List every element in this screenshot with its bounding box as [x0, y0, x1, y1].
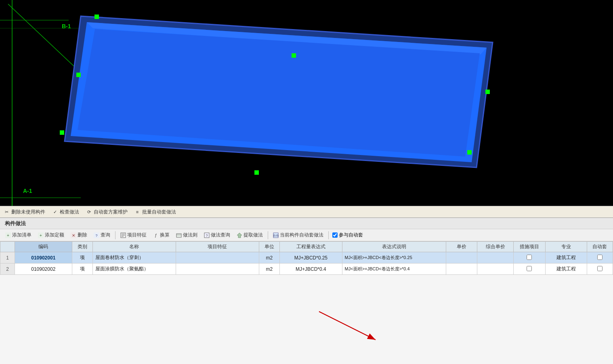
auto-maintain-button[interactable]: ⟳ 自动套方案维护	[86, 209, 128, 215]
row-1-measure-item[interactable]	[514, 252, 545, 264]
col-name: 名称	[93, 242, 176, 252]
project-feature-icon	[120, 232, 126, 238]
participate-auto-checkbox[interactable]	[332, 232, 338, 238]
col-type: 类别	[72, 242, 92, 252]
row-2-code[interactable]: 010902002	[15, 264, 72, 275]
col-auto-set: 自动套	[587, 242, 613, 252]
svg-text:B-1: B-1	[62, 23, 71, 29]
method-query-icon: ?	[204, 232, 210, 238]
row-2-name: 屋面涂膜防水（聚氨酯）	[93, 264, 176, 275]
row-2-formula[interactable]: MJ+JBCD*0.4	[280, 264, 342, 275]
divider-3	[328, 231, 329, 239]
delete-icon: ✕	[71, 232, 76, 238]
row-2-autoset-checkbox[interactable]	[597, 266, 603, 271]
panel-header: 构件做法	[0, 218, 613, 229]
svg-marker-38	[237, 233, 242, 238]
project-feature-button[interactable]: 项目特征	[118, 230, 149, 240]
svg-rect-34	[176, 234, 181, 237]
row-1-unit: m2	[259, 252, 279, 264]
svg-text:自动: 自动	[273, 234, 279, 237]
svg-rect-15	[76, 73, 81, 77]
batch-auto-button[interactable]: ≡ 批量自动套做法	[134, 209, 176, 215]
svg-text:+: +	[40, 233, 42, 238]
method-icon	[176, 232, 182, 238]
add-clear-button[interactable]: + 添加清单	[2, 230, 34, 240]
method-query-button[interactable]: ? 做法查询	[201, 230, 233, 240]
row-1-formula[interactable]: MJ+JBCD*0.25	[280, 252, 342, 264]
row-2-combined-price	[477, 264, 514, 275]
add-clear-icon: +	[5, 232, 11, 238]
col-combined-price: 综合单价	[477, 242, 514, 252]
current-auto-button[interactable]: 自动 当前构件自动套做法	[270, 230, 326, 240]
row-2-feature	[176, 264, 259, 275]
col-unit: 单位	[259, 242, 279, 252]
remove-icon: ✂	[3, 209, 10, 215]
col-unit-price: 单价	[446, 242, 477, 252]
svg-rect-13	[292, 53, 296, 58]
check-icon: ✓	[52, 209, 58, 215]
svg-rect-16	[60, 130, 64, 135]
remove-unused-button[interactable]: ✂ 删除未使用构件	[3, 209, 45, 215]
row-2-num: 2	[0, 264, 15, 275]
row-1-specialty: 建筑工程	[545, 252, 587, 264]
table-row[interactable]: 1 010902001 项 屋面卷材防水（穿刺） m2 MJ+JBCD*0.25…	[0, 252, 613, 264]
participate-auto-wrap[interactable]: 参与自动套	[332, 232, 363, 238]
check-method-button[interactable]: ✓ 检查做法	[52, 209, 79, 215]
svg-line-42	[319, 312, 376, 340]
row-2-measure-checkbox[interactable]	[527, 266, 532, 271]
table-header-row: 编码 类别 名称 项目特征 单位 工程量表达式 表达式说明 单价 综合单价 措施…	[0, 242, 613, 252]
svg-text:?: ?	[206, 234, 208, 238]
row-1-code[interactable]: 010902001	[15, 252, 72, 264]
svg-text:A-1: A-1	[23, 188, 32, 194]
col-specialty: 专业	[545, 242, 587, 252]
list-icon: ≡	[134, 209, 141, 215]
bottom-panel: 构件做法 + 添加清单 + 添加定额 ✕ 删除 ? 查询	[0, 218, 613, 364]
row-1-name: 屋面卷材防水（穿刺）	[93, 252, 176, 264]
add-quota-button[interactable]: + 添加定额	[35, 230, 67, 240]
extract-method-button[interactable]: 提取做法	[234, 230, 266, 240]
row-1-auto-set[interactable]	[587, 252, 613, 264]
row-1-type: 项	[72, 252, 92, 264]
row-1-unit-price	[446, 252, 477, 264]
row-2-type: 项	[72, 264, 92, 275]
row-1-feature	[176, 252, 259, 264]
svg-text:+: +	[7, 233, 9, 238]
divider-1	[115, 231, 115, 239]
row-2-unit-price	[446, 264, 477, 275]
col-project-feature: 项目特征	[176, 242, 259, 252]
col-formula: 工程量表达式	[280, 242, 342, 252]
col-code: 编码	[15, 242, 72, 252]
svg-rect-12	[94, 15, 99, 19]
divider-2	[268, 231, 268, 239]
row-2-expr-desc: MJ<面积>+JBCD<卷边长度>*0.4	[342, 264, 446, 275]
delete-button[interactable]: ✕ 删除	[68, 230, 90, 240]
method-table: 编码 类别 名称 项目特征 单位 工程量表达式 表达式说明 单价 综合单价 措施…	[0, 241, 613, 275]
exchange-calc-button[interactable]: ƒ 换算	[150, 230, 172, 240]
table-row[interactable]: 2 010902002 项 屋面涂膜防水（聚氨酯） m2 MJ+JBCD*0.4…	[0, 264, 613, 275]
current-auto-icon: 自动	[273, 232, 279, 238]
refresh-icon: ⟳	[86, 209, 92, 215]
row-1-num: 1	[0, 252, 15, 264]
row-1-measure-checkbox[interactable]	[527, 255, 532, 260]
row-1-autoset-checkbox[interactable]	[597, 255, 603, 260]
svg-rect-18	[467, 150, 472, 155]
col-num	[0, 242, 15, 252]
exchange-icon: ƒ	[153, 232, 159, 238]
svg-text:ƒ: ƒ	[155, 233, 157, 238]
cad-viewport: B-1 A-1	[0, 0, 613, 206]
query-button[interactable]: ? 查询	[91, 230, 113, 240]
col-measure-item: 措施项目	[514, 242, 545, 252]
row-2-measure-item[interactable]	[514, 264, 545, 275]
svg-rect-17	[254, 170, 259, 175]
svg-rect-14	[485, 90, 490, 94]
row-1-expr-desc: MJ<面积>+JBCD<卷边长度>*0.25	[342, 252, 446, 264]
add-quota-icon: +	[38, 232, 44, 238]
sub-toolbar: + 添加清单 + 添加定额 ✕ 删除 ? 查询 项目特征	[0, 229, 613, 241]
extract-icon	[237, 232, 242, 238]
col-expr-desc: 表达式说明	[342, 242, 446, 252]
svg-text:?: ?	[95, 234, 97, 238]
method-law-button[interactable]: 做法则	[173, 230, 200, 240]
annotation-arrow	[315, 308, 396, 348]
row-2-unit: m2	[259, 264, 279, 275]
row-2-auto-set[interactable]	[587, 264, 613, 275]
